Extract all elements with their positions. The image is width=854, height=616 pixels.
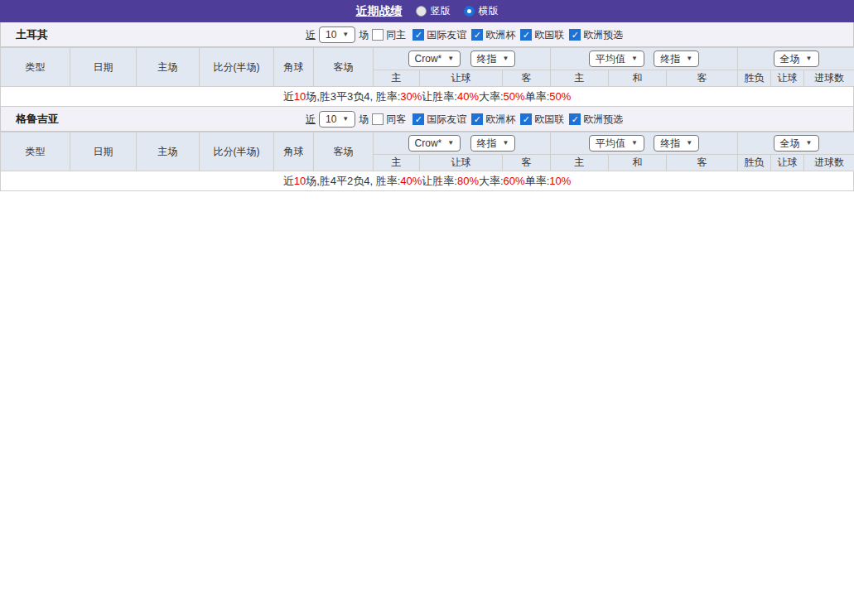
- summary-text: 让胜率:: [422, 174, 457, 189]
- checkbox-icon: [372, 113, 384, 125]
- summary-text: 单率:: [525, 89, 550, 104]
- average-select[interactable]: 平均值 ▼: [589, 51, 644, 67]
- match-count-value: 10: [326, 29, 336, 41]
- checkbox-label: 欧洲杯: [485, 113, 515, 127]
- near-label: 近: [306, 113, 316, 127]
- chevron-down-icon: ▼: [503, 140, 509, 147]
- same-venue-checkbox[interactable]: 同主: [372, 28, 406, 42]
- fullmatch-group-header: 全场 ▼: [738, 132, 854, 155]
- team-name: 土耳其: [16, 27, 48, 42]
- league-checkbox[interactable]: ✓欧洲杯: [471, 113, 515, 127]
- summary-text: 30%: [400, 90, 422, 103]
- checkbox-label: 欧国联: [534, 28, 564, 42]
- scope-select[interactable]: 全场 ▼: [774, 51, 819, 67]
- average-value: 平均值: [596, 137, 625, 151]
- league-checkbox[interactable]: ✓国际友谊: [413, 28, 466, 42]
- col-eu-away: 客: [667, 70, 738, 87]
- team-section-georgia: 格鲁吉亚 近 10 ▼ 场 同客 ✓国际友谊✓欧洲杯✓欧国联✓欧洲预选 类型: [0, 107, 854, 191]
- radio-vertical-layout[interactable]: 竖版: [416, 4, 451, 18]
- summary-row: 近10场,胜4平2负4, 胜率:40% 让胜率:80% 大率:60% 单率:10…: [0, 171, 854, 191]
- results-table: 类型 日期 主场 比分(半场) 角球 客场 Crow* ▼ 终指 ▼: [0, 132, 854, 171]
- handicap-group-header: Crow* ▼ 终指 ▼: [374, 132, 551, 155]
- col-result: 胜负: [738, 155, 771, 171]
- summary-text: 单率:: [525, 174, 550, 189]
- summary-text: 近: [283, 174, 294, 189]
- chevron-down-icon: ▼: [631, 140, 638, 147]
- average-stage-select[interactable]: 终指 ▼: [654, 51, 699, 67]
- chevron-down-icon: ▼: [447, 140, 454, 147]
- league-checkbox[interactable]: ✓欧洲预选: [569, 113, 623, 127]
- match-count-select[interactable]: 10 ▼: [319, 111, 355, 128]
- average-stage-value: 终指: [660, 137, 680, 151]
- col-ah-away: 客: [503, 70, 551, 87]
- radio-icon: [464, 6, 475, 17]
- odds-stage-value: 终指: [477, 52, 497, 66]
- col-ah-away: 客: [503, 155, 551, 171]
- checkbox-icon: ✓: [520, 113, 532, 125]
- section-header: 格鲁吉亚 近 10 ▼ 场 同客 ✓国际友谊✓欧洲杯✓欧国联✓欧洲预选: [0, 107, 854, 132]
- checkbox-label: 欧国联: [534, 113, 564, 127]
- summary-text: 场,胜3平3负4, 胜率:: [306, 89, 400, 104]
- col-eu-draw: 和: [609, 70, 667, 87]
- league-checkbox[interactable]: ✓欧洲预选: [569, 28, 623, 42]
- summary-text: 50%: [549, 90, 571, 103]
- page-title: 近期战绩: [356, 4, 403, 19]
- col-type: 类型: [1, 132, 70, 171]
- col-ah-result: 让球: [771, 70, 804, 87]
- summary-row: 近10场,胜3平3负4, 胜率:30% 让胜率:40% 大率:50% 单率:50…: [0, 87, 854, 107]
- chevron-down-icon: ▼: [447, 55, 454, 62]
- league-filters: ✓国际友谊✓欧洲杯✓欧国联✓欧洲预选: [413, 113, 623, 127]
- checkbox-label: 同客: [386, 113, 406, 127]
- col-ah-home: 主: [374, 70, 420, 87]
- col-ah-result: 让球: [771, 155, 804, 171]
- league-checkbox[interactable]: ✓欧国联: [520, 28, 564, 42]
- checkbox-label: 同主: [386, 28, 406, 42]
- radio-horizontal-layout[interactable]: 横版: [464, 4, 499, 18]
- league-checkbox[interactable]: ✓欧国联: [520, 113, 564, 127]
- odds-stage-value: 终指: [477, 137, 497, 151]
- summary-text: 近: [283, 89, 294, 104]
- checkbox-label: 国际友谊: [427, 28, 466, 42]
- checkbox-label: 欧洲杯: [485, 28, 515, 42]
- average-stage-select[interactable]: 终指 ▼: [654, 135, 699, 152]
- checkbox-icon: ✓: [471, 29, 483, 41]
- odds-stage-select[interactable]: 终指 ▼: [470, 51, 516, 67]
- scope-value: 全场: [780, 52, 800, 66]
- summary-text: 80%: [457, 175, 479, 187]
- league-checkbox[interactable]: ✓国际友谊: [413, 113, 466, 127]
- col-date: 日期: [70, 132, 137, 171]
- top-bar: 近期战绩 竖版 横版: [0, 0, 854, 22]
- col-away: 客场: [314, 48, 374, 87]
- same-venue-checkbox[interactable]: 同客: [372, 113, 406, 127]
- average-value: 平均值: [596, 52, 625, 66]
- summary-text: 场,胜4平2负4, 胜率:: [306, 174, 400, 189]
- league-checkbox[interactable]: ✓欧洲杯: [471, 28, 515, 42]
- filter-bar: 近 10 ▼ 场 同主 ✓国际友谊✓欧洲杯✓欧国联✓欧洲预选: [306, 22, 623, 47]
- match-count-value: 10: [326, 113, 336, 125]
- average-select[interactable]: 平均值 ▼: [589, 135, 644, 152]
- summary-text: 50%: [504, 90, 525, 103]
- match-count-select[interactable]: 10 ▼: [319, 26, 355, 43]
- europe-group-header: 平均值 ▼ 终指 ▼: [551, 132, 738, 155]
- col-score: 比分(半场): [200, 132, 274, 171]
- bookmaker-select[interactable]: Crow* ▼: [408, 135, 461, 152]
- col-corner: 角球: [274, 48, 314, 87]
- col-type: 类型: [1, 48, 70, 87]
- near-label: 近: [306, 28, 316, 42]
- scope-value: 全场: [780, 137, 800, 151]
- col-ah-line: 让球: [420, 155, 503, 171]
- summary-text: 40%: [400, 175, 422, 187]
- checkbox-icon: ✓: [569, 29, 581, 41]
- chevron-down-icon: ▼: [686, 140, 692, 147]
- col-eu-away: 客: [667, 155, 738, 171]
- odds-stage-select[interactable]: 终指 ▼: [470, 135, 516, 152]
- bookmaker-select[interactable]: Crow* ▼: [408, 51, 461, 67]
- summary-text: 10%: [549, 175, 571, 187]
- col-score: 比分(半场): [200, 48, 274, 87]
- col-home: 主场: [137, 48, 200, 87]
- scope-select[interactable]: 全场 ▼: [774, 135, 819, 152]
- summary-text: 大率:: [479, 89, 504, 104]
- section-header: 土耳其 近 10 ▼ 场 同主 ✓国际友谊✓欧洲杯✓欧国联✓欧洲预选: [0, 22, 854, 47]
- checkbox-label: 欧洲预选: [583, 113, 623, 127]
- col-eu-home: 主: [551, 155, 609, 171]
